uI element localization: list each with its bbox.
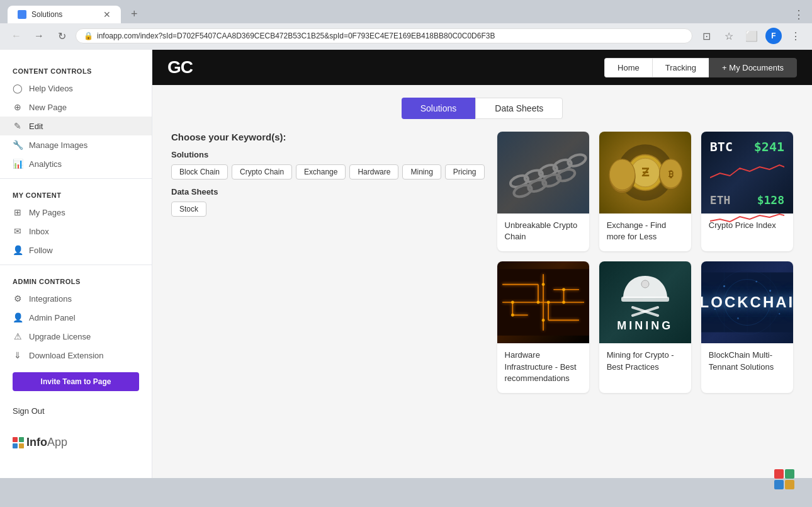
hardware-svg	[497, 261, 589, 343]
invite-team-button[interactable]: Invite Team to Page	[13, 372, 139, 391]
app-logo: GC	[167, 57, 193, 77]
solutions-tab[interactable]: Solutions	[402, 98, 476, 119]
bottom-icon-dot-1	[774, 469, 784, 479]
app-window: CONTENT CONTROLS ◯ Help Videos ⊕ New Pag…	[0, 50, 812, 478]
sign-out-link[interactable]: Sign Out	[0, 399, 152, 423]
browser-tab[interactable]: Solutions ✕	[8, 6, 121, 23]
my-documents-nav-button[interactable]: + My Documents	[709, 58, 797, 77]
logo-dot-green	[19, 437, 24, 442]
back-button[interactable]: ←	[8, 27, 25, 45]
data-sheets-tab[interactable]: Data Sheets	[475, 98, 563, 119]
mining-visual: MINING	[617, 273, 673, 333]
svg-point-4	[566, 152, 587, 168]
my-content-title: MY CONTENT	[0, 184, 152, 203]
btc-label: BTC	[710, 139, 733, 154]
card-1-label: Unbreakable Crypto Chain	[497, 214, 589, 251]
sidebar-item-inbox[interactable]: ✉ Inbox	[0, 222, 152, 241]
svg-point-34	[541, 283, 544, 287]
sidebar-item-label: Manage Images	[29, 140, 87, 150]
tracking-nav-button[interactable]: Tracking	[652, 58, 709, 77]
card-5-label: Mining for Crypto - Best Practices	[599, 343, 691, 381]
card-blockchain[interactable]: BLOCKCHAIN BlockChain Multi-Tennant Solu…	[701, 261, 793, 393]
bookmark-button[interactable]: ☆	[720, 27, 738, 45]
cards-grid: Unbreakable Crypto Chain Ƶ	[497, 132, 793, 393]
sidebar: CONTENT CONTROLS ◯ Help Videos ⊕ New Pag…	[0, 50, 152, 478]
card-image-coins: Ƶ ₿	[599, 132, 691, 214]
svg-point-39	[641, 280, 649, 288]
bottom-right-grid-icon[interactable]	[774, 469, 794, 489]
eth-value: $128	[757, 193, 784, 207]
svg-point-35	[541, 319, 544, 322]
forward-button[interactable]: →	[30, 27, 48, 45]
svg-point-33	[562, 301, 565, 304]
blockchain-visual: BLOCKCHAIN	[701, 261, 793, 343]
sidebar-item-label: Inbox	[29, 227, 49, 236]
extensions-button[interactable]: ⬜	[743, 27, 760, 45]
url-text: infoapp.com/index?sId=D702F5407CAA8D369C…	[97, 31, 684, 40]
address-bar[interactable]: 🔒 infoapp.com/index?sId=D702F5407CAA8D36…	[76, 28, 692, 43]
reload-button[interactable]: ↻	[53, 27, 70, 45]
cast-button[interactable]: ⊡	[697, 27, 715, 45]
btc-chart	[710, 162, 784, 181]
card-image-mining: MINING	[599, 261, 691, 343]
sidebar-item-label: Upgrade License	[29, 332, 91, 341]
content-area: Solutions Data Sheets Choose your Keywor…	[152, 85, 812, 478]
card-mining[interactable]: MINING Mining for Crypto - Best Practice…	[599, 261, 691, 393]
keyword-tag-blockchain[interactable]: Block Chain	[171, 164, 228, 179]
tab-close-icon[interactable]: ✕	[103, 9, 111, 20]
sidebar-item-my-pages[interactable]: ⊞ My Pages	[0, 203, 152, 222]
sidebar-item-download-extension[interactable]: ⇓ Download Extension	[0, 346, 152, 365]
sidebar-item-new-page[interactable]: ⊕ New Page	[0, 98, 152, 117]
keyword-tag-stock[interactable]: Stock	[171, 202, 206, 217]
sidebar-item-manage-images[interactable]: 🔧 Manage Images	[0, 135, 152, 154]
card-6-label: BlockChain Multi-Tennant Solutions	[701, 343, 793, 381]
data-sheets-keywords-label: Data Sheets	[171, 187, 485, 197]
keyword-tag-exchange[interactable]: Exchange	[296, 164, 346, 179]
sidebar-item-analytics[interactable]: 📊 Analytics	[0, 154, 152, 173]
card-image-blockchain: BLOCKCHAIN	[701, 261, 793, 343]
svg-point-15	[609, 159, 635, 190]
sidebar-divider-2	[0, 265, 152, 265]
sidebar-item-admin-panel[interactable]: 👤 Admin Panel	[0, 308, 152, 327]
card-image-hardware	[497, 261, 589, 343]
browser-menu-button[interactable]: ⋮	[787, 27, 804, 45]
sidebar-item-integrations[interactable]: ⚙ Integrations	[0, 289, 152, 308]
sidebar-item-label: My Pages	[29, 208, 65, 217]
keyword-tag-hardware[interactable]: Hardware	[349, 164, 398, 179]
card-crypto-chain[interactable]: Unbreakable Crypto Chain	[497, 132, 589, 251]
svg-point-50	[755, 281, 757, 283]
edit-icon: ✎	[13, 121, 23, 131]
sidebar-divider-1	[0, 178, 152, 179]
home-nav-button[interactable]: Home	[604, 58, 652, 77]
content-flex: Choose your Keyword(s): Solutions Block …	[171, 132, 793, 393]
sidebar-item-label: New Page	[29, 103, 67, 112]
mining-label: MINING	[617, 319, 673, 333]
sidebar-item-follow[interactable]: 👤 Follow	[0, 241, 152, 259]
keyword-tag-mining[interactable]: Mining	[402, 164, 441, 179]
inbox-icon: ✉	[13, 226, 23, 236]
browser-menu-icon[interactable]: ⋮	[793, 8, 804, 21]
sidebar-item-edit[interactable]: ✎ Edit	[0, 117, 152, 135]
profile-avatar[interactable]: F	[765, 28, 782, 44]
infoapp-logo: InfoApp	[0, 423, 152, 454]
solutions-keywords-label: Solutions	[171, 150, 485, 159]
card-hardware[interactable]: Hardware Infrastructure - Best recommend…	[497, 261, 589, 393]
keyword-tag-pricing[interactable]: Pricing	[445, 164, 485, 179]
card-price-index[interactable]: BTC $241 ETH $128	[701, 132, 793, 251]
sidebar-item-label: Analytics	[29, 159, 62, 169]
blockchain-label: BLOCKCHAIN	[701, 293, 793, 311]
new-tab-button[interactable]: +	[126, 5, 143, 23]
logo-icon	[13, 437, 24, 448]
svg-point-48	[779, 314, 780, 315]
card-4-label: Hardware Infrastructure - Best recommend…	[497, 343, 589, 393]
main-content: GC Home Tracking + My Documents Solution…	[152, 50, 812, 478]
sidebar-item-help-videos[interactable]: ◯ Help Videos	[0, 79, 152, 98]
bottom-icon-dot-2	[785, 469, 794, 479]
sidebar-item-upgrade-license[interactable]: ⚠ Upgrade License	[0, 327, 152, 346]
card-image-chain	[497, 132, 589, 214]
card-exchange[interactable]: Ƶ ₿ Exchange - Find more	[599, 132, 691, 251]
btc-value: $241	[754, 139, 784, 154]
app-header: GC Home Tracking + My Documents	[152, 50, 812, 85]
sidebar-item-label: Integrations	[29, 294, 72, 304]
keyword-tag-crypto-chain[interactable]: Crypto Chain	[232, 164, 292, 179]
